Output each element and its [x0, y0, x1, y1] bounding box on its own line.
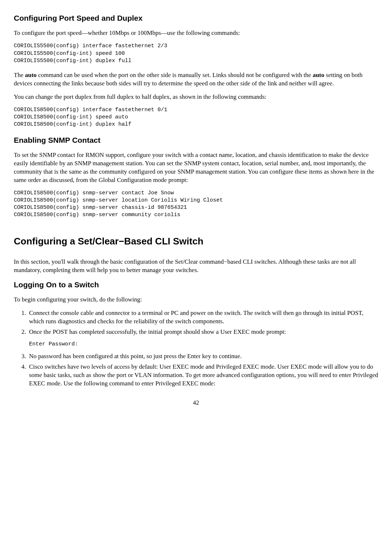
- list-item: Once the POST has completed successfully…: [28, 328, 378, 348]
- paragraph: You can change the port duplex from full…: [14, 93, 378, 101]
- list-item: Connect the console cable and connector …: [28, 309, 378, 326]
- paragraph: To configure the port speed—whether 10Mb…: [14, 29, 378, 37]
- list-item: No password has been configured at this …: [28, 352, 378, 361]
- paragraph: The auto command can be used when the po…: [14, 71, 378, 88]
- text: command can be used when the port on the…: [37, 72, 313, 78]
- paragraph: In this section, you'll walk through the…: [14, 258, 378, 275]
- paragraph: To begin configuring your switch, do the…: [14, 296, 378, 304]
- bold-text: auto: [313, 72, 324, 78]
- code-block: CORIOLIS8500(config) interface fastether…: [14, 106, 378, 129]
- list-item: Cisco switches have two levels of access…: [28, 363, 378, 388]
- paragraph: To set the SNMP contact for RMON support…: [14, 151, 378, 185]
- code-inline: Enter Password:: [29, 341, 378, 348]
- code-block: CORIOLIS8500(config) snmp-server contact…: [14, 190, 378, 219]
- code-block: CORIOLIS5500(config) interface fastether…: [14, 42, 378, 65]
- text: The: [14, 72, 25, 78]
- ordered-list: Connect the console cable and connector …: [28, 309, 378, 388]
- text: Once the POST has completed successfully…: [29, 328, 286, 335]
- bold-text: auto: [25, 72, 37, 78]
- heading-snmp-contact: Enabling SNMP Contact: [14, 135, 378, 145]
- page-number: 42: [14, 399, 378, 407]
- heading-logging-on: Logging On to a Switch: [14, 280, 378, 290]
- heading-port-speed-duplex: Configuring Port Speed and Duplex: [14, 13, 378, 23]
- heading-set-clear-cli: Configuring a Set/Clear−Based CLI Switch: [14, 235, 378, 248]
